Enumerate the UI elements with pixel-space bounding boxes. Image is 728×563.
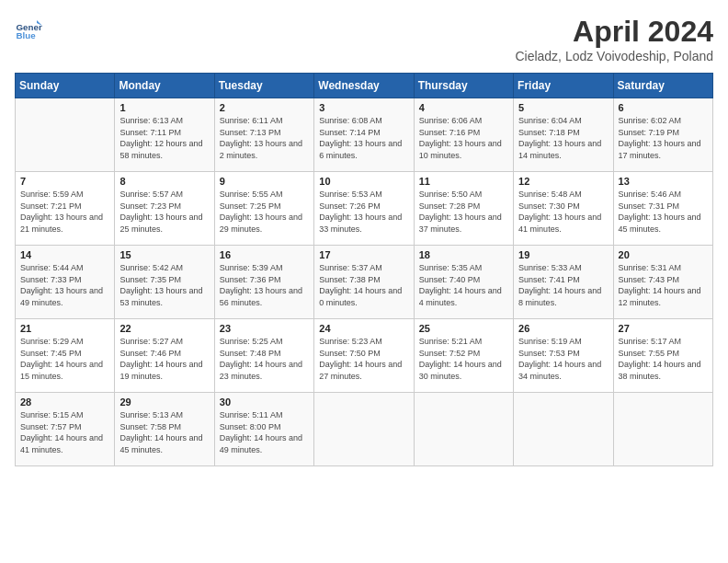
- day-number: 4: [419, 102, 508, 113]
- day-info: Sunrise: 5:39 AMSunset: 7:36 PMDaylight:…: [220, 262, 309, 308]
- logo: General Blue: [15, 15, 42, 42]
- day-number: 28: [20, 396, 109, 408]
- calendar-cell: 14Sunrise: 5:44 AMSunset: 7:33 PMDayligh…: [16, 246, 115, 319]
- calendar-cell: 5Sunrise: 6:04 AMSunset: 7:18 PMDaylight…: [514, 98, 613, 172]
- calendar-cell: 12Sunrise: 5:48 AMSunset: 7:30 PMDayligh…: [514, 172, 613, 246]
- day-number: 2: [220, 102, 309, 113]
- calendar-cell: 15Sunrise: 5:42 AMSunset: 7:35 PMDayligh…: [115, 246, 214, 319]
- calendar-cell: 19Sunrise: 5:33 AMSunset: 7:41 PMDayligh…: [514, 246, 613, 319]
- logo-icon: General Blue: [15, 15, 42, 42]
- calendar-cell: [514, 393, 613, 466]
- calendar-week-1: 1Sunrise: 6:13 AMSunset: 7:11 PMDaylight…: [16, 98, 713, 172]
- day-number: 18: [419, 249, 508, 260]
- title-block: April 2024 Cieladz, Lodz Voivodeship, Po…: [515, 15, 713, 63]
- calendar-cell: 28Sunrise: 5:15 AMSunset: 7:57 PMDayligh…: [16, 393, 115, 466]
- column-header-tuesday: Tuesday: [214, 74, 313, 98]
- day-info: Sunrise: 6:04 AMSunset: 7:18 PMDaylight:…: [518, 115, 608, 161]
- day-number: 5: [518, 102, 608, 113]
- day-number: 8: [119, 176, 209, 187]
- day-number: 15: [119, 249, 209, 260]
- day-number: 25: [419, 323, 508, 334]
- day-info: Sunrise: 5:17 AMSunset: 7:55 PMDaylight:…: [619, 336, 708, 382]
- day-info: Sunrise: 5:37 AMSunset: 7:38 PMDaylight:…: [319, 262, 408, 308]
- day-info: Sunrise: 5:44 AMSunset: 7:33 PMDaylight:…: [20, 262, 109, 308]
- calendar-cell: [314, 393, 414, 466]
- day-info: Sunrise: 6:08 AMSunset: 7:14 PMDaylight:…: [319, 115, 408, 161]
- day-info: Sunrise: 5:35 AMSunset: 7:40 PMDaylight:…: [419, 262, 508, 308]
- calendar-cell: 20Sunrise: 5:31 AMSunset: 7:43 PMDayligh…: [613, 246, 712, 319]
- day-info: Sunrise: 5:19 AMSunset: 7:53 PMDaylight:…: [518, 336, 608, 382]
- column-header-sunday: Sunday: [16, 74, 115, 98]
- day-info: Sunrise: 5:53 AMSunset: 7:26 PMDaylight:…: [319, 189, 408, 235]
- calendar-cell: [16, 98, 115, 172]
- calendar-week-3: 14Sunrise: 5:44 AMSunset: 7:33 PMDayligh…: [16, 246, 713, 319]
- calendar-cell: 17Sunrise: 5:37 AMSunset: 7:38 PMDayligh…: [314, 246, 414, 319]
- calendar-week-5: 28Sunrise: 5:15 AMSunset: 7:57 PMDayligh…: [16, 393, 713, 466]
- day-info: Sunrise: 5:29 AMSunset: 7:45 PMDaylight:…: [20, 336, 109, 382]
- day-info: Sunrise: 5:13 AMSunset: 7:58 PMDaylight:…: [119, 409, 209, 455]
- day-number: 17: [319, 249, 408, 260]
- day-number: 3: [319, 102, 408, 113]
- calendar-cell: [613, 393, 712, 466]
- day-number: 22: [119, 323, 209, 334]
- calendar-cell: 29Sunrise: 5:13 AMSunset: 7:58 PMDayligh…: [115, 393, 214, 466]
- column-header-thursday: Thursday: [414, 74, 513, 98]
- day-info: Sunrise: 5:31 AMSunset: 7:43 PMDaylight:…: [619, 262, 708, 308]
- calendar-week-2: 7Sunrise: 5:59 AMSunset: 7:21 PMDaylight…: [16, 172, 713, 246]
- calendar-cell: 24Sunrise: 5:23 AMSunset: 7:50 PMDayligh…: [314, 319, 414, 393]
- calendar-cell: 10Sunrise: 5:53 AMSunset: 7:26 PMDayligh…: [314, 172, 414, 246]
- calendar-cell: 1Sunrise: 6:13 AMSunset: 7:11 PMDaylight…: [115, 98, 214, 172]
- day-info: Sunrise: 5:55 AMSunset: 7:25 PMDaylight:…: [220, 189, 309, 235]
- page-header: General Blue April 2024 Cieladz, Lodz Vo…: [15, 15, 713, 63]
- svg-text:Blue: Blue: [17, 30, 37, 40]
- month-title: April 2024: [515, 15, 713, 49]
- day-number: 6: [619, 102, 708, 113]
- day-number: 1: [119, 102, 209, 113]
- calendar-cell: 26Sunrise: 5:19 AMSunset: 7:53 PMDayligh…: [514, 319, 613, 393]
- location: Cieladz, Lodz Voivodeship, Poland: [515, 49, 713, 63]
- column-header-wednesday: Wednesday: [314, 74, 414, 98]
- day-number: 11: [419, 176, 508, 187]
- day-info: Sunrise: 5:57 AMSunset: 7:23 PMDaylight:…: [119, 189, 209, 235]
- day-info: Sunrise: 5:23 AMSunset: 7:50 PMDaylight:…: [319, 336, 408, 382]
- calendar-table: SundayMondayTuesdayWednesdayThursdayFrid…: [15, 73, 713, 466]
- day-info: Sunrise: 5:48 AMSunset: 7:30 PMDaylight:…: [518, 189, 608, 235]
- calendar-cell: 2Sunrise: 6:11 AMSunset: 7:13 PMDaylight…: [214, 98, 313, 172]
- day-number: 12: [518, 176, 608, 187]
- calendar-cell: 4Sunrise: 6:06 AMSunset: 7:16 PMDaylight…: [414, 98, 513, 172]
- day-number: 26: [518, 323, 608, 334]
- column-header-friday: Friday: [514, 74, 613, 98]
- calendar-cell: [414, 393, 513, 466]
- calendar-week-4: 21Sunrise: 5:29 AMSunset: 7:45 PMDayligh…: [16, 319, 713, 393]
- day-number: 7: [20, 176, 109, 187]
- day-number: 27: [619, 323, 708, 334]
- calendar-cell: 8Sunrise: 5:57 AMSunset: 7:23 PMDaylight…: [115, 172, 214, 246]
- calendar-cell: 21Sunrise: 5:29 AMSunset: 7:45 PMDayligh…: [16, 319, 115, 393]
- calendar-cell: 6Sunrise: 6:02 AMSunset: 7:19 PMDaylight…: [613, 98, 712, 172]
- day-number: 16: [220, 249, 309, 260]
- day-info: Sunrise: 5:11 AMSunset: 8:00 PMDaylight:…: [220, 409, 309, 455]
- day-number: 23: [220, 323, 309, 334]
- calendar-body: 1Sunrise: 6:13 AMSunset: 7:11 PMDaylight…: [16, 98, 713, 466]
- column-header-monday: Monday: [115, 74, 214, 98]
- day-info: Sunrise: 5:21 AMSunset: 7:52 PMDaylight:…: [419, 336, 508, 382]
- day-info: Sunrise: 5:25 AMSunset: 7:48 PMDaylight:…: [220, 336, 309, 382]
- day-number: 20: [619, 249, 708, 260]
- calendar-cell: 25Sunrise: 5:21 AMSunset: 7:52 PMDayligh…: [414, 319, 513, 393]
- calendar-cell: 3Sunrise: 6:08 AMSunset: 7:14 PMDaylight…: [314, 98, 414, 172]
- calendar-cell: 9Sunrise: 5:55 AMSunset: 7:25 PMDaylight…: [214, 172, 313, 246]
- day-info: Sunrise: 5:46 AMSunset: 7:31 PMDaylight:…: [619, 189, 708, 235]
- day-info: Sunrise: 5:33 AMSunset: 7:41 PMDaylight:…: [518, 262, 608, 308]
- calendar-cell: 30Sunrise: 5:11 AMSunset: 8:00 PMDayligh…: [214, 393, 313, 466]
- day-number: 24: [319, 323, 408, 334]
- day-number: 29: [119, 396, 209, 408]
- day-info: Sunrise: 5:15 AMSunset: 7:57 PMDaylight:…: [20, 409, 109, 455]
- day-info: Sunrise: 6:11 AMSunset: 7:13 PMDaylight:…: [220, 115, 309, 161]
- day-number: 13: [619, 176, 708, 187]
- day-info: Sunrise: 5:50 AMSunset: 7:28 PMDaylight:…: [419, 189, 508, 235]
- day-info: Sunrise: 6:13 AMSunset: 7:11 PMDaylight:…: [119, 115, 209, 161]
- day-number: 21: [20, 323, 109, 334]
- day-number: 9: [220, 176, 309, 187]
- calendar-cell: 13Sunrise: 5:46 AMSunset: 7:31 PMDayligh…: [613, 172, 712, 246]
- day-info: Sunrise: 6:02 AMSunset: 7:19 PMDaylight:…: [619, 115, 708, 161]
